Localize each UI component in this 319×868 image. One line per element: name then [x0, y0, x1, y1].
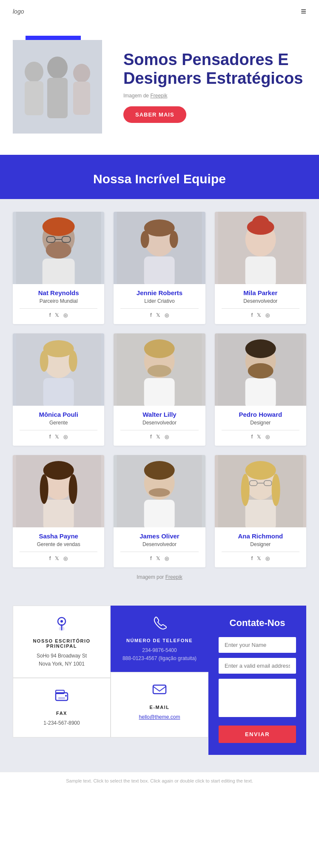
instagram-icon[interactable]: ◎	[63, 555, 68, 561]
member2-svg	[114, 212, 205, 284]
facebook-icon[interactable]: f	[150, 434, 151, 440]
hamburger-menu[interactable]: ≡	[301, 6, 306, 17]
twitter-icon[interactable]: 𝕏	[156, 312, 160, 318]
member6-social: f 𝕏 ◎	[215, 434, 306, 440]
member5-name: Walter Lilly	[114, 411, 205, 418]
member3-social: f 𝕏 ◎	[215, 312, 306, 318]
twitter-icon[interactable]: 𝕏	[156, 434, 160, 440]
instagram-icon[interactable]: ◎	[165, 555, 169, 561]
svg-point-13	[43, 217, 75, 236]
hero-cta-button[interactable]: SABER MAIS	[123, 106, 186, 123]
member3-name: Mila Parker	[215, 289, 306, 296]
hero-credit: Imagem de Freepik	[123, 93, 306, 99]
member6-role: Designer	[215, 420, 306, 426]
svg-rect-43	[43, 500, 74, 527]
member2-divider	[120, 308, 198, 309]
facebook-icon[interactable]: f	[251, 555, 253, 561]
member9-role: Designer	[215, 541, 306, 547]
team-member-photo-3	[215, 212, 306, 284]
twitter-icon[interactable]: 𝕏	[156, 555, 160, 561]
facebook-icon[interactable]: f	[49, 555, 51, 561]
member2-social: f 𝕏 ◎	[114, 312, 205, 318]
svg-rect-66	[58, 697, 65, 699]
phone-info-box: NÚMERO DE TELEFONE 234-9876-5400888-0123…	[111, 606, 208, 672]
facebook-icon[interactable]: f	[251, 434, 253, 440]
svg-point-4	[73, 64, 90, 83]
office-label: NOSSO ESCRITÓRIO PRINCIPAL	[21, 638, 103, 649]
email-input[interactable]	[219, 658, 296, 674]
facebook-icon[interactable]: f	[49, 312, 51, 318]
svg-point-59	[241, 474, 249, 506]
fax-info-box: FAX 1-234-567-8900	[13, 678, 111, 737]
hero-text: Somos Pensadores E Designers Estratégico…	[106, 51, 306, 123]
member7-social: f 𝕏 ◎	[13, 555, 104, 561]
team-card-1: Nat Reynolds Parceiro Mundial f 𝕏 ◎	[13, 212, 104, 324]
phone-icon	[152, 615, 167, 634]
twitter-icon[interactable]: 𝕏	[257, 434, 261, 440]
hero-image	[13, 40, 102, 134]
contact-form: ENVIAR	[219, 637, 296, 743]
twitter-icon[interactable]: 𝕏	[55, 312, 59, 318]
name-input[interactable]	[219, 637, 296, 653]
contact-info-col-1: NOSSO ESCRITÓRIO PRINCIPAL SoHo 94 Broad…	[13, 606, 111, 737]
team-member-photo-9	[215, 455, 306, 527]
facebook-icon[interactable]: f	[251, 312, 253, 318]
team-card-3: Mila Parker Desenvolvedor f 𝕏 ◎	[215, 212, 306, 324]
team-member-photo-4	[13, 333, 104, 406]
hero-credit-link[interactable]: Freepik	[150, 93, 167, 99]
instagram-icon[interactable]: ◎	[265, 555, 270, 561]
instagram-icon[interactable]: ◎	[165, 434, 169, 440]
svg-rect-16	[144, 256, 175, 284]
message-input[interactable]	[219, 679, 296, 717]
twitter-icon[interactable]: 𝕏	[55, 555, 59, 561]
email-label: E-MAIL	[150, 705, 170, 710]
twitter-icon[interactable]: 𝕏	[257, 555, 261, 561]
svg-point-19	[170, 231, 178, 248]
svg-point-28	[43, 340, 74, 357]
member7-name: Sasha Payne	[13, 532, 104, 540]
footer-note-text: Sample text. Click to select the text bo…	[66, 778, 253, 783]
instagram-icon[interactable]: ◎	[63, 434, 68, 440]
team-grid-wrapper: Nat Reynolds Parceiro Mundial f 𝕏 ◎	[0, 199, 319, 593]
hero-section: Somos Pensadores E Designers Estratégico…	[0, 23, 319, 155]
twitter-icon[interactable]: 𝕏	[257, 312, 261, 318]
instagram-icon[interactable]: ◎	[63, 312, 68, 318]
svg-point-29	[40, 350, 48, 372]
member5-role: Desenvolvedor	[114, 420, 205, 426]
member4-role: Gerente	[13, 420, 104, 426]
member2-role: Líder Criativo	[114, 298, 205, 304]
facebook-icon[interactable]: f	[150, 312, 151, 318]
contact-section: NOSSO ESCRITÓRIO PRINCIPAL SoHo 94 Broad…	[0, 593, 319, 772]
member8-divider	[120, 552, 198, 552]
svg-rect-54	[245, 500, 276, 527]
svg-point-45	[40, 474, 48, 504]
facebook-icon[interactable]: f	[49, 434, 51, 440]
hero-title: Somos Pensadores E Designers Estratégico…	[123, 51, 306, 88]
fax-icon	[54, 688, 69, 706]
email-link[interactable]: hello@theme.com	[139, 714, 180, 720]
fax-label: FAX	[56, 711, 67, 716]
instagram-icon[interactable]: ◎	[165, 312, 169, 318]
hero-people-svg	[13, 40, 102, 134]
svg-rect-9	[43, 259, 75, 284]
member6-name: Pedro Howard	[215, 411, 306, 418]
team-section: Nossa Incrível Equipe	[0, 155, 319, 593]
phone-label: NÚMERO DE TELEFONE	[126, 638, 193, 643]
team-credit: Imagem por Freepik	[13, 567, 306, 589]
svg-rect-27	[43, 378, 74, 406]
svg-rect-38	[245, 378, 276, 406]
member4-social: f 𝕏 ◎	[13, 434, 104, 440]
svg-point-8	[46, 242, 71, 259]
svg-rect-33	[144, 378, 175, 406]
team-credit-link[interactable]: Freepik	[165, 574, 182, 580]
email-icon	[152, 682, 167, 700]
facebook-icon[interactable]: f	[150, 555, 151, 561]
instagram-icon[interactable]: ◎	[265, 434, 270, 440]
member6-divider	[222, 430, 299, 430]
instagram-icon[interactable]: ◎	[265, 312, 270, 318]
member4-svg	[13, 333, 104, 406]
svg-point-40	[245, 339, 276, 358]
twitter-icon[interactable]: 𝕏	[55, 434, 59, 440]
member3-role: Desenvolvedor	[215, 298, 306, 304]
submit-button[interactable]: ENVIAR	[219, 726, 296, 743]
